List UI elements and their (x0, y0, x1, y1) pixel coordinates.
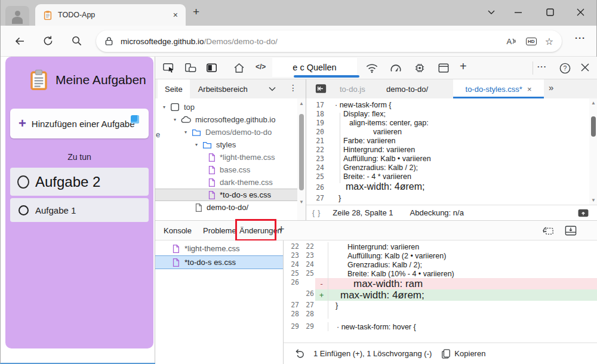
scrollbar-thumb[interactable] (299, 114, 304, 190)
editor-tab-demo-to-do[interactable]: demo-to-do/ (386, 79, 428, 98)
tree-item-demos-folder[interactable]: ▾ Demos/demo-to-do (155, 126, 306, 138)
app-title: Meine Aufgaben (56, 73, 146, 87)
tab-close-button[interactable]: × (171, 10, 180, 20)
editor-tabs: to-do.js demo-to-do/ to-do-styles.css* ×… (306, 79, 597, 98)
browser-tab[interactable]: TODO-App × (35, 4, 186, 26)
expander-icon[interactable]: ▾ (172, 117, 178, 122)
tab-probleme[interactable]: Probleme (203, 221, 236, 240)
tab-konsole[interactable]: Konsole (164, 221, 192, 240)
diff-view[interactable]: 2222Hintergrund: variieren 2323Auffüllun… (284, 240, 597, 343)
hd-icon[interactable]: HD (526, 38, 537, 45)
todo-section-heading: Zu tun (5, 152, 153, 162)
memory-chip-icon[interactable] (413, 62, 426, 74)
add-task-button[interactable]: + Hinzufügen einer Aufgabe (10, 109, 149, 138)
page-content: Meine Aufgaben + Hinzufügen einer Aufgab… (1, 57, 155, 363)
inspect-element-icon[interactable] (162, 62, 176, 74)
refresh-button[interactable] (42, 35, 54, 47)
scroll-down-icon[interactable]: ▼ (297, 199, 306, 205)
hide-navigator-icon[interactable] (315, 83, 327, 94)
tree-item-light-theme[interactable]: *light-theme.css (155, 151, 306, 164)
task-item[interactable]: Aufgabe 1 (10, 198, 149, 222)
search-icon[interactable] (71, 35, 82, 47)
diff-line: 2222Hintergrund: variieren (284, 242, 597, 251)
diff-summary: 1 Einfügen (+), 1 Löschvorgang (-) (313, 349, 432, 358)
device-emulation-icon[interactable] (184, 62, 197, 74)
active-tab-underline (294, 75, 359, 78)
help-icon[interactable]: ? (559, 62, 571, 75)
profile-button[interactable] (5, 6, 29, 26)
url-text: microsoftedge.github.io/Demos/demo-to-do… (121, 37, 498, 46)
elements-code-icon[interactable]: </> (256, 63, 266, 71)
copy-icon[interactable] (441, 348, 451, 359)
tab-quellen[interactable]: e c Quellen (272, 58, 357, 77)
translate-widget-icon[interactable] (131, 115, 139, 124)
plus-icon: + (19, 116, 26, 131)
lock-icon[interactable] (104, 36, 113, 46)
tab-list-chevron-icon[interactable] (487, 7, 496, 17)
rotate-device-icon[interactable] (541, 225, 555, 236)
expander-icon[interactable]: ▾ (183, 129, 189, 135)
tree-item-demo-to-do-file[interactable]: demo-to-do/ (155, 201, 306, 214)
indent-guide (340, 113, 340, 183)
scroll-down-icon[interactable]: ▼ (589, 198, 597, 203)
add-drawer-tab-button[interactable]: + (278, 223, 285, 236)
tree-item-base-css[interactable]: base.css (155, 164, 306, 176)
devtools-menu-button[interactable]: ··· (537, 62, 547, 71)
browser-menu-button[interactable]: ··· (575, 33, 586, 43)
tree-item-dark-theme[interactable]: dark-theme.css (155, 176, 306, 189)
changed-file-light-theme[interactable]: *light-theme.css (155, 242, 283, 255)
editor-tab-to-do-js[interactable]: to-do.js (340, 79, 365, 98)
scrollbar-thumb[interactable] (591, 116, 596, 137)
expander-icon[interactable]: ▾ (193, 142, 199, 147)
todo-app-panel: Meine Aufgaben + Hinzufügen einer Aufgab… (5, 57, 153, 348)
activity-bar-layout-icon[interactable] (205, 62, 219, 74)
diff-line: 2828 (284, 310, 597, 319)
task-checkbox[interactable] (17, 175, 29, 189)
more-tools-plus-button[interactable]: + (460, 60, 467, 73)
performance-gauge-icon[interactable] (389, 62, 402, 74)
expander-icon[interactable]: ▾ (161, 104, 167, 110)
devtools-panel: </> e c Quellen + ··· ? (155, 57, 597, 363)
clipboard-favicon (43, 10, 53, 20)
toolbar-divider (533, 61, 533, 75)
network-wifi-icon[interactable] (365, 62, 378, 74)
tree-item-origin[interactable]: ▾ microsoftedge.github.io (155, 113, 306, 126)
tree-item-to-do-styles[interactable]: *to-do-s es.css (155, 189, 306, 201)
maximize-button[interactable] (546, 8, 554, 16)
tab-arbeitsbereich[interactable]: Arbeitsbereich (198, 85, 248, 94)
folder-icon (202, 141, 212, 149)
tab-close-icon[interactable]: × (527, 85, 532, 94)
editor-scrollbar[interactable]: ▲ ▼ (589, 98, 597, 205)
code-editor[interactable]: 17· new-task-form { 18Display: flex; 19a… (306, 98, 597, 205)
tree-item-top[interactable]: ▾ top (155, 101, 306, 113)
back-button[interactable] (14, 35, 26, 47)
changed-file-to-do-styles[interactable]: *to-do-s es.css (155, 255, 283, 269)
pretty-print-icon[interactable]: { } (312, 209, 321, 217)
task-item[interactable]: Aufgabe 2 (10, 168, 149, 196)
minimize-button[interactable] (514, 8, 522, 17)
more-tabs-button[interactable]: » (549, 82, 553, 92)
task-checkbox[interactable] (19, 205, 29, 215)
revert-changes-icon[interactable] (293, 348, 305, 360)
editor-tab-to-do-styles[interactable]: to-do-styles.css* × (453, 79, 544, 98)
application-icon[interactable] (437, 62, 450, 74)
devtools-close-icon[interactable] (580, 63, 590, 72)
chevron-down-icon[interactable] (269, 87, 276, 92)
navigator-menu-button[interactable]: ⋮ (289, 83, 297, 92)
scroll-up-icon[interactable]: ▲ (589, 100, 597, 106)
favorite-star-icon[interactable]: ☆ (545, 36, 553, 47)
copy-button[interactable]: Kopieren (454, 349, 485, 358)
navigator-scrollbar[interactable]: ▲ ▼ (297, 98, 306, 220)
open-drawer-icon[interactable] (577, 208, 589, 218)
tab-aenderungen[interactable]: Änderungen (239, 221, 282, 240)
changes-footer: 1 Einfügen (+), 1 Löschvorgang (-) Kopie… (284, 343, 597, 364)
dock-bottom-icon[interactable] (564, 225, 577, 236)
read-aloud-icon[interactable]: A (506, 37, 518, 46)
window-close-button[interactable] (576, 8, 585, 17)
url-field[interactable]: microsoftedge.github.io/Demos/demo-to-do… (96, 30, 562, 52)
tree-item-styles-folder[interactable]: ▾ styles (155, 138, 306, 151)
welcome-home-icon[interactable] (233, 62, 245, 74)
scroll-up-icon[interactable]: ▲ (297, 101, 306, 106)
new-tab-button[interactable]: + (193, 5, 199, 18)
tab-seite[interactable]: Seite (158, 79, 190, 98)
